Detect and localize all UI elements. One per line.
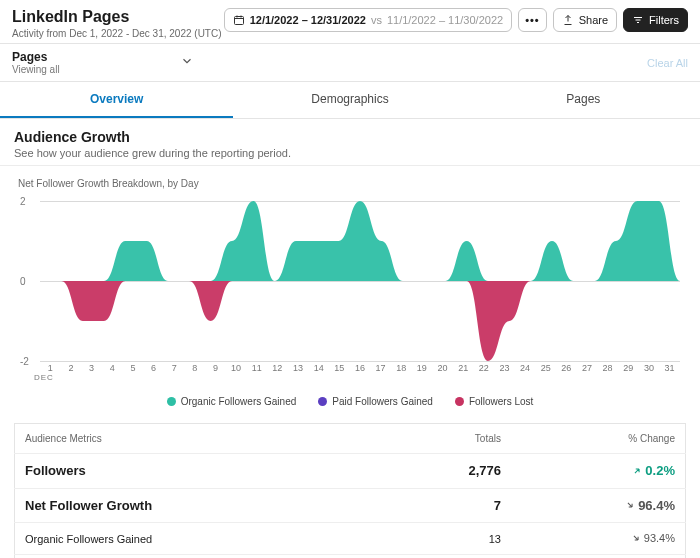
chart-x-tick: 14 bbox=[308, 363, 329, 373]
legend-dot-icon bbox=[455, 397, 464, 406]
tab-pages[interactable]: Pages bbox=[467, 82, 700, 118]
share-label: Share bbox=[579, 14, 608, 26]
metric-change: 93.4% bbox=[511, 523, 686, 555]
chart-x-tick: 27 bbox=[577, 363, 598, 373]
chart-x-tick: 21 bbox=[453, 363, 474, 373]
report-tabs: Overview Demographics Pages bbox=[0, 82, 700, 119]
metric-label: Net Follower Growth bbox=[15, 488, 381, 523]
calendar-icon bbox=[233, 14, 245, 26]
chart-x-tick: 5 bbox=[123, 363, 144, 373]
chart-x-tick: 17 bbox=[370, 363, 391, 373]
metric-label: Followers bbox=[15, 454, 381, 489]
chart-plot: -202 bbox=[40, 201, 680, 361]
page-header: LinkedIn Pages Activity from Dec 1, 2022… bbox=[0, 0, 700, 43]
chart-x-tick: 16 bbox=[350, 363, 371, 373]
svg-rect-0 bbox=[234, 17, 243, 25]
metric-change: 0% bbox=[511, 555, 686, 559]
chart-grid-line bbox=[40, 361, 680, 362]
chart-x-tick: 3 bbox=[81, 363, 102, 373]
chart-x-tick: 19 bbox=[412, 363, 433, 373]
chevron-down-icon bbox=[180, 54, 194, 71]
filters-icon bbox=[632, 14, 644, 26]
date-range-picker[interactable]: 12/1/2022 – 12/31/2022 vs 11/1/2022 – 11… bbox=[224, 8, 512, 32]
filters-label: Filters bbox=[649, 14, 679, 26]
chart-x-tick: 12 bbox=[267, 363, 288, 373]
audience-growth-section: Audience Growth See how your audience gr… bbox=[0, 119, 700, 166]
pages-dropdown-sub: Viewing all bbox=[12, 64, 60, 75]
metric-change: 0.2% bbox=[511, 454, 686, 489]
chart-x-tick: 11 bbox=[246, 363, 267, 373]
chart-legend: Organic Followers Gained Paid Followers … bbox=[14, 382, 686, 417]
col-change: % Change bbox=[511, 424, 686, 454]
clear-all-button[interactable]: Clear All bbox=[647, 57, 688, 69]
share-icon bbox=[562, 14, 574, 26]
ellipsis-icon: ••• bbox=[525, 14, 540, 26]
chart-x-tick: 25 bbox=[535, 363, 556, 373]
table-row: Followers2,7760.2% bbox=[15, 454, 686, 489]
audience-metrics-table: Audience Metrics Totals % Change Followe… bbox=[14, 423, 686, 558]
chart-x-tick: 18 bbox=[391, 363, 412, 373]
pages-dropdown-label: Pages bbox=[12, 50, 60, 64]
metric-change: 96.4% bbox=[511, 488, 686, 523]
header-title-block: LinkedIn Pages Activity from Dec 1, 2022… bbox=[12, 8, 222, 39]
chart-x-tick: 26 bbox=[556, 363, 577, 373]
table-row: Organic Followers Gained1393.4% bbox=[15, 523, 686, 555]
chart-x-tick: 15 bbox=[329, 363, 350, 373]
chart-x-tick: 24 bbox=[515, 363, 536, 373]
legend-organic[interactable]: Organic Followers Gained bbox=[167, 396, 297, 407]
metric-total: 2,776 bbox=[381, 454, 511, 489]
chart-svg bbox=[40, 201, 680, 361]
chart-x-axis: 1234567891011121314151617181920212223242… bbox=[40, 363, 680, 373]
chart-x-tick: 31 bbox=[659, 363, 680, 373]
legend-lost[interactable]: Followers Lost bbox=[455, 396, 533, 407]
chart-x-tick: 30 bbox=[639, 363, 660, 373]
filters-button[interactable]: Filters bbox=[623, 8, 688, 32]
pages-dropdown-text: Pages Viewing all bbox=[12, 50, 60, 75]
metric-total: 13 bbox=[381, 523, 511, 555]
chart-x-tick: 1 bbox=[40, 363, 61, 373]
chart-x-tick: 28 bbox=[597, 363, 618, 373]
section-desc: See how your audience grew during the re… bbox=[14, 147, 686, 159]
metric-total: 7 bbox=[381, 488, 511, 523]
chart-x-month: DEC bbox=[34, 373, 686, 382]
metric-total: 0 bbox=[381, 555, 511, 559]
pages-filter-bar: Pages Viewing all Clear All bbox=[0, 43, 700, 82]
chart-x-tick: 2 bbox=[61, 363, 82, 373]
chart-x-tick: 29 bbox=[618, 363, 639, 373]
col-totals: Totals bbox=[381, 424, 511, 454]
page-title: LinkedIn Pages bbox=[12, 8, 222, 26]
share-button[interactable]: Share bbox=[553, 8, 617, 32]
more-button[interactable]: ••• bbox=[518, 8, 547, 32]
chart-y-tick: -2 bbox=[20, 356, 29, 367]
legend-dot-icon bbox=[167, 397, 176, 406]
chart-x-tick: 4 bbox=[102, 363, 123, 373]
date-range-vs: vs bbox=[371, 14, 382, 26]
table-row: Paid Followers Gained00% bbox=[15, 555, 686, 559]
tab-overview[interactable]: Overview bbox=[0, 82, 233, 118]
legend-dot-icon bbox=[318, 397, 327, 406]
chart-y-tick: 2 bbox=[20, 196, 26, 207]
chart-x-tick: 7 bbox=[164, 363, 185, 373]
legend-paid[interactable]: Paid Followers Gained bbox=[318, 396, 433, 407]
chart-x-tick: 20 bbox=[432, 363, 453, 373]
header-actions: 12/1/2022 – 12/31/2022 vs 11/1/2022 – 11… bbox=[224, 8, 688, 32]
chart-x-tick: 9 bbox=[205, 363, 226, 373]
tab-demographics[interactable]: Demographics bbox=[233, 82, 466, 118]
table-header-row: Audience Metrics Totals % Change bbox=[15, 424, 686, 454]
chart-x-tick: 10 bbox=[226, 363, 247, 373]
chart-x-tick: 22 bbox=[473, 363, 494, 373]
chart-container: Net Follower Growth Breakdown, by Day -2… bbox=[0, 166, 700, 421]
chart-x-tick: 23 bbox=[494, 363, 515, 373]
chart-title: Net Follower Growth Breakdown, by Day bbox=[18, 178, 686, 189]
date-range-current: 12/1/2022 – 12/31/2022 bbox=[250, 14, 366, 26]
metric-label: Organic Followers Gained bbox=[15, 523, 381, 555]
pages-dropdown[interactable]: Pages Viewing all bbox=[12, 50, 194, 75]
chart-x-tick: 13 bbox=[288, 363, 309, 373]
metric-label: Paid Followers Gained bbox=[15, 555, 381, 559]
chart-x-tick: 6 bbox=[143, 363, 164, 373]
activity-range-label: Activity from Dec 1, 2022 - Dec 31, 2022… bbox=[12, 28, 222, 39]
chart-x-tick: 8 bbox=[184, 363, 205, 373]
chart-series-area bbox=[40, 201, 680, 281]
table-row: Net Follower Growth796.4% bbox=[15, 488, 686, 523]
date-range-compare: 11/1/2022 – 11/30/2022 bbox=[387, 14, 503, 26]
